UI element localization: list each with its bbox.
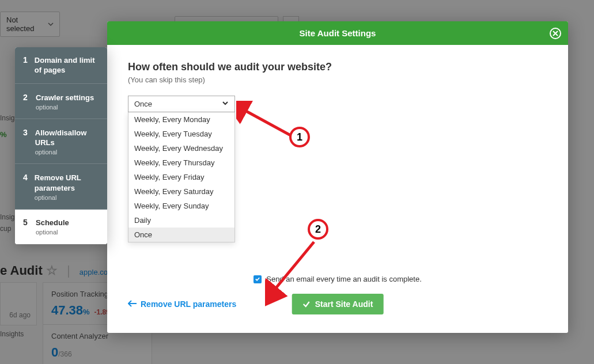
wizard-step-1[interactable]: 1Domain and limit of pages bbox=[15, 47, 107, 84]
frequency-option[interactable]: Weekly, Every Thursday bbox=[128, 156, 234, 170]
wizard-steps: 1Domain and limit of pages2Crawler setti… bbox=[15, 47, 107, 244]
wizard-step-label: Domain and limit of pages bbox=[35, 56, 95, 74]
wizard-step-3[interactable]: 3Allow/disallow URLsoptional bbox=[15, 119, 107, 165]
wizard-step-label-wrap: Crawler settingsoptional bbox=[36, 93, 94, 111]
back-link[interactable]: Remove URL parameters bbox=[128, 299, 236, 309]
frequency-select[interactable]: Once bbox=[128, 96, 235, 112]
close-button[interactable] bbox=[550, 28, 561, 39]
wizard-step-optional: optional bbox=[36, 229, 69, 236]
site-audit-settings-modal: Site Audit Settings How often should we … bbox=[107, 21, 568, 333]
back-link-label: Remove URL parameters bbox=[141, 299, 236, 309]
chevron-down-icon bbox=[222, 100, 229, 108]
close-icon bbox=[553, 31, 558, 36]
modal-header: Site Audit Settings bbox=[107, 21, 568, 45]
question-subtitle: (You can skip this step) bbox=[128, 75, 547, 84]
arrow-left-icon bbox=[128, 299, 137, 309]
frequency-option[interactable]: Weekly, Every Wednesday bbox=[128, 141, 234, 156]
frequency-option[interactable]: Once bbox=[128, 227, 234, 242]
wizard-step-number: 1 bbox=[23, 55, 28, 75]
check-icon bbox=[255, 276, 260, 282]
wizard-step-number: 4 bbox=[23, 173, 28, 201]
start-button-label: Start Site Audit bbox=[315, 299, 373, 309]
wizard-step-label-wrap: Domain and limit of pages bbox=[35, 55, 99, 75]
wizard-step-number: 3 bbox=[23, 128, 28, 156]
wizard-step-optional: optional bbox=[35, 194, 99, 201]
wizard-step-2[interactable]: 2Crawler settingsoptional bbox=[15, 84, 107, 119]
email-checkbox-label: Send an email every time an audit is com… bbox=[266, 275, 422, 283]
wizard-step-label-wrap: Allow/disallow URLsoptional bbox=[35, 128, 99, 156]
frequency-option[interactable]: Weekly, Every Saturday bbox=[128, 184, 234, 199]
wizard-step-label: Allow/disallow URLs bbox=[35, 128, 87, 147]
frequency-dropdown[interactable]: Weekly, Every MondayWeekly, Every Tuesda… bbox=[128, 112, 235, 242]
question-title: How often should we audit your website? bbox=[128, 61, 547, 73]
email-notify-row: Send an email every time an audit is com… bbox=[128, 275, 547, 283]
wizard-step-label-wrap: Scheduleoptional bbox=[36, 218, 69, 236]
start-site-audit-button[interactable]: Start Site Audit bbox=[292, 294, 384, 314]
wizard-step-5[interactable]: 5Scheduleoptional bbox=[15, 210, 107, 244]
wizard-step-label: Remove URL parameters bbox=[35, 173, 81, 192]
modal-body: How often should we audit your website? … bbox=[107, 45, 568, 333]
modal-footer: Send an email every time an audit is com… bbox=[128, 275, 547, 316]
wizard-step-label-wrap: Remove URL parametersoptional bbox=[35, 173, 99, 201]
wizard-step-label: Crawler settings bbox=[36, 93, 94, 102]
wizard-step-label: Schedule bbox=[36, 218, 69, 227]
wizard-step-number: 5 bbox=[23, 218, 29, 236]
check-icon bbox=[302, 300, 311, 308]
email-checkbox[interactable] bbox=[254, 275, 262, 283]
frequency-option[interactable]: Weekly, Every Sunday bbox=[128, 199, 234, 213]
wizard-step-optional: optional bbox=[36, 104, 94, 111]
frequency-option[interactable]: Daily bbox=[128, 213, 234, 227]
frequency-option[interactable]: Weekly, Every Monday bbox=[128, 112, 234, 127]
frequency-option[interactable]: Weekly, Every Tuesday bbox=[128, 127, 234, 141]
wizard-step-number: 2 bbox=[23, 93, 29, 111]
frequency-option[interactable]: Weekly, Every Friday bbox=[128, 170, 234, 184]
modal-title: Site Audit Settings bbox=[300, 28, 376, 38]
wizard-step-optional: optional bbox=[35, 149, 99, 156]
frequency-select-value: Once bbox=[134, 100, 152, 108]
wizard-step-4[interactable]: 4Remove URL parametersoptional bbox=[15, 164, 107, 210]
